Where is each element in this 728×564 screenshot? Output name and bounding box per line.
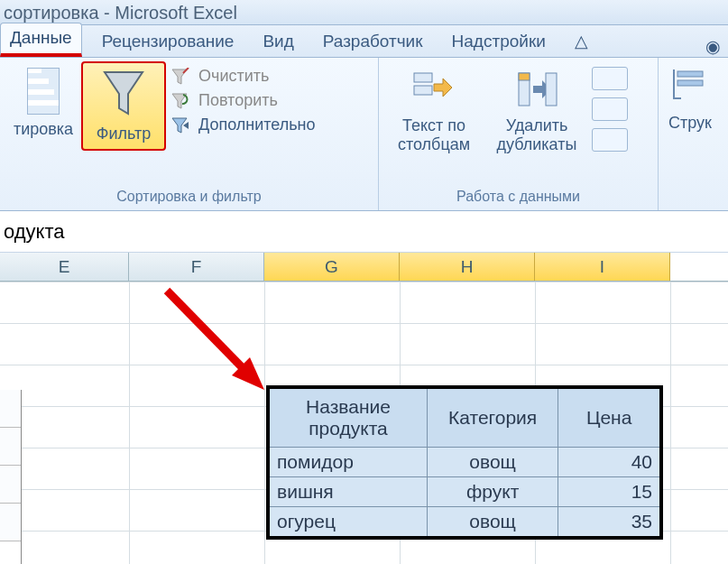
table-row[interactable]: помидор овощ 40 [268, 448, 661, 477]
col-header-E[interactable]: E [0, 253, 129, 281]
group-data-tools-caption: Работа с данными [384, 187, 652, 208]
text-to-columns-icon [412, 68, 456, 111]
svg-rect-7 [677, 80, 703, 86]
remove-duplicates-icon [515, 68, 558, 111]
tab-addins[interactable]: Надстройки [443, 27, 555, 57]
ribbon-tabs: Данные Рецензирование Вид Разработчик На… [0, 25, 728, 58]
group-button[interactable]: Струк [661, 61, 719, 139]
svg-rect-5 [546, 73, 557, 106]
table-row[interactable]: огурец овощ 35 [268, 507, 661, 539]
help-icon[interactable]: ◉ [705, 36, 721, 57]
tab-developer[interactable]: Разработчик [314, 27, 432, 57]
filter-label: Фильтр [97, 125, 151, 143]
cell-cat[interactable]: овощ [427, 507, 558, 539]
cell-cat[interactable]: овощ [427, 448, 558, 477]
reapply-icon [170, 92, 191, 110]
formula-text: одукта [4, 220, 65, 244]
cell-name[interactable]: помидор [268, 448, 427, 477]
cell-cat[interactable]: фрукт [427, 477, 558, 507]
table-header-name[interactable]: Название продукта [268, 387, 427, 448]
reapply-button[interactable]: Повторить [170, 91, 316, 110]
group-data-tools: Текст по столбцам Удалить дубликаты [379, 58, 659, 210]
svg-rect-6 [677, 71, 703, 77]
group-sort-filter-caption: Сортировка и фильтр [5, 187, 373, 208]
whatif-button[interactable] [592, 128, 628, 152]
advanced-icon [170, 116, 191, 134]
table-row[interactable]: вишня фрукт 15 [268, 477, 661, 507]
group-outline: Струк [659, 58, 722, 210]
svg-rect-2 [414, 86, 432, 95]
left-rows-stub [0, 390, 22, 564]
ribbon: тировка Фильтр Очистить [0, 58, 728, 211]
tab-data[interactable]: Данные [0, 23, 82, 57]
filter-actions: Очистить Повторить Дополнительно [166, 61, 319, 140]
cell-name[interactable]: огурец [268, 507, 427, 539]
col-header-H[interactable]: H [400, 253, 535, 281]
remove-duplicates-button[interactable]: Удалить дубликаты [484, 61, 590, 161]
cell-price[interactable]: 15 [558, 477, 661, 507]
group-sort-filter: тировка Фильтр Очистить [0, 58, 379, 210]
clear-button[interactable]: Очистить [170, 67, 316, 86]
svg-rect-1 [414, 73, 432, 82]
svg-rect-4 [519, 73, 530, 80]
sort-label: тировка [14, 120, 73, 139]
column-headers: E F G H I [0, 253, 728, 282]
data-validation-button[interactable] [592, 67, 628, 90]
title-text: сортировка - Microsoft Excel [4, 3, 237, 23]
filter-button[interactable]: Фильтр [81, 61, 166, 151]
sort-icon [27, 68, 60, 115]
window-title: сортировка - Microsoft Excel [0, 0, 728, 25]
col-header-I[interactable]: I [535, 253, 670, 281]
text-to-columns-button[interactable]: Текст по столбцам [384, 61, 484, 161]
tab-view[interactable]: Вид [253, 27, 302, 57]
cell-price[interactable]: 40 [558, 448, 661, 477]
tab-review[interactable]: Рецензирование [93, 27, 244, 57]
consolidate-button[interactable] [592, 97, 628, 121]
data-table[interactable]: Название продукта Категория Цена помидор… [266, 385, 663, 540]
worksheet-grid[interactable]: Название продукта Категория Цена помидор… [0, 282, 728, 564]
advanced-button[interactable]: Дополнительно [170, 116, 316, 134]
col-header-G[interactable]: G [264, 253, 400, 281]
data-tools-small [590, 61, 630, 157]
funnel-icon [101, 69, 146, 119]
col-header-F[interactable]: F [129, 253, 264, 281]
table-header-category[interactable]: Категория [427, 387, 558, 448]
sort-button[interactable]: тировка [5, 61, 81, 145]
collapse-icon[interactable]: △ [566, 26, 597, 57]
cell-price[interactable]: 35 [558, 507, 661, 539]
clear-icon [170, 68, 191, 86]
table-header-price[interactable]: Цена [558, 387, 661, 448]
cell-name[interactable]: вишня [268, 477, 427, 507]
group-icon [672, 68, 708, 108]
formula-bar[interactable]: одукта [0, 211, 728, 253]
